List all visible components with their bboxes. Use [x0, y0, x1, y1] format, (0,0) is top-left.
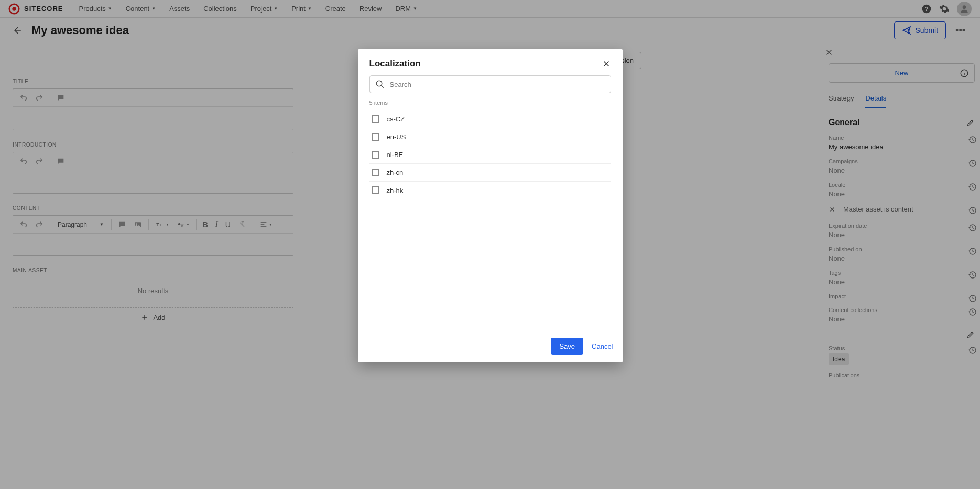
search-icon — [375, 80, 385, 89]
modal-overlay: Localization 5 items cs-CZ en-US nl-BE z… — [0, 0, 980, 489]
modal-title: Localization — [369, 59, 421, 69]
localization-modal: Localization 5 items cs-CZ en-US nl-BE z… — [358, 49, 623, 362]
locale-item-zh-cn[interactable]: zh-cn — [369, 164, 611, 182]
locale-item-zh-hk[interactable]: zh-hk — [369, 182, 611, 199]
items-count: 5 items — [369, 99, 611, 106]
checkbox[interactable] — [372, 169, 379, 176]
modal-cancel-button[interactable]: Cancel — [592, 342, 613, 350]
checkbox[interactable] — [372, 151, 379, 159]
search-input[interactable] — [390, 81, 605, 88]
locale-item-nl-be[interactable]: nl-BE — [369, 146, 611, 164]
checkbox[interactable] — [372, 186, 379, 194]
modal-save-button[interactable]: Save — [551, 338, 583, 355]
checkbox[interactable] — [372, 133, 379, 141]
locale-item-en-us[interactable]: en-US — [369, 128, 611, 146]
search-box — [369, 75, 611, 93]
checkbox[interactable] — [372, 115, 379, 123]
svg-point-12 — [376, 81, 382, 86]
locale-item-cs-cz[interactable]: cs-CZ — [369, 110, 611, 128]
locale-list: cs-CZ en-US nl-BE zh-cn zh-hk — [369, 110, 611, 199]
close-icon[interactable] — [602, 59, 611, 69]
